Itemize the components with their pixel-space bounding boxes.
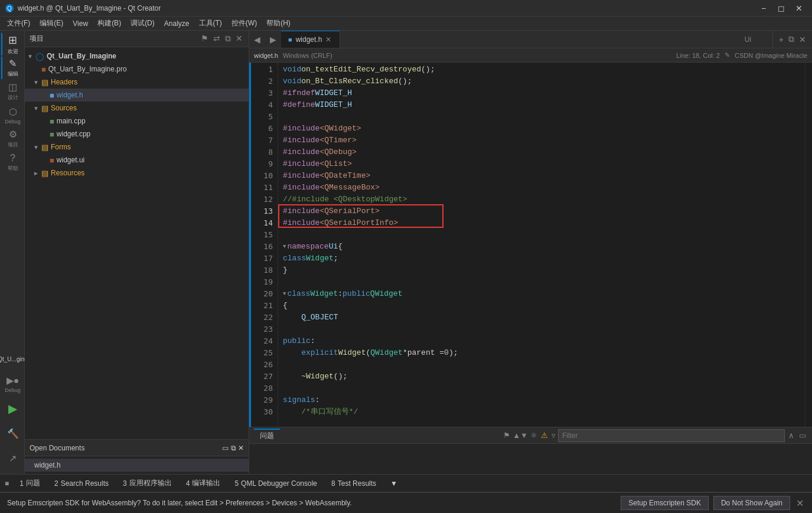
problems-tab-issues[interactable]: 问题 [254, 429, 280, 443]
project-root-name: Qt_Uart_By_Imagine [47, 52, 116, 60]
window-title: widget.h @ Qt_Uart_By_Imagine - Qt Creat… [18, 4, 755, 12]
tree-item-pro[interactable]: ■ Qt_Uart_By_Imagine.pro [25, 63, 249, 76]
sidebar-item-build-run[interactable]: 🔨 [1, 422, 24, 445]
sidebar-item-edit[interactable]: ✎ 编辑 [1, 57, 24, 79]
ln-27: 27 [251, 371, 273, 383]
main-cpp-name: main.cpp [57, 117, 86, 125]
help-icon: ? [10, 153, 15, 164]
tree-item-root[interactable]: ▼ ◯ Qt_Uart_By_Imagine [25, 50, 249, 63]
setup-sdk-button[interactable]: Setup Emscripten SDK [621, 496, 709, 510]
tab-widget-h-close[interactable]: ✕ [325, 35, 331, 44]
design-icon: ◫ [8, 81, 17, 93]
code-line-12: //#include <QDesktopWidget> [283, 194, 805, 205]
editor-scrollbar[interactable] [805, 63, 812, 427]
tree-item-main-cpp[interactable]: ■ main.cpp [25, 115, 249, 128]
problems-settings-btn[interactable]: ⚛ [530, 431, 537, 440]
menu-controls[interactable]: 控件(W) [227, 17, 262, 30]
code-line-13: #include <QSerialPort> [283, 205, 805, 217]
tree-item-widget-cpp[interactable]: ■ widget.cpp [25, 128, 249, 140]
menu-file[interactable]: 文件(F) [2, 17, 35, 30]
ln-4: 4 [251, 99, 273, 111]
menu-analyze[interactable]: Analyze [159, 18, 194, 29]
code-line-21: { [283, 300, 805, 312]
run-icon: ▶ [8, 401, 17, 416]
tab-file-icon: ■ [288, 36, 292, 43]
open-docs-split-btn[interactable]: ⧉ [231, 444, 236, 452]
tab-nav-right[interactable]: ▶ [265, 31, 281, 48]
sidebar-item-qt-imagine[interactable]: Qt_U...gine [1, 348, 24, 370]
project-split-button[interactable]: ⧉ [224, 32, 232, 45]
bottom-tab-search[interactable]: 2 Search Results [48, 475, 115, 492]
tab-split-button[interactable]: ⧉ [787, 33, 795, 45]
tab-widget-h[interactable]: ■ widget.h ✕ [281, 31, 340, 48]
tree-item-resources[interactable]: ► ▤ Resources [25, 166, 249, 179]
tree-item-forms[interactable]: ▼ ▤ Forms [25, 140, 249, 153]
ln-23: 23 [251, 324, 273, 335]
tree-item-headers[interactable]: ▼ ▤ Headers [25, 76, 249, 89]
menu-help[interactable]: 帮助(H) [262, 17, 295, 30]
open-docs-expand-btn[interactable]: ▭ [222, 444, 229, 452]
bottom-tab-qml[interactable]: 5 QML Debugger Console [229, 475, 323, 492]
open-doc-widget-h[interactable]: widget.h [25, 459, 249, 472]
menu-tools[interactable]: 工具(T) [194, 17, 227, 30]
problems-tabs: 问题 ⚑ ▲▼ ⚛ ⚠ ▿ ∧ ▭ [249, 427, 812, 444]
open-docs-close-btn[interactable]: ✕ [238, 444, 244, 452]
project-panel-header: 项目 ⚑ ⇄ ⧉ ✕ [25, 31, 249, 47]
open-docs-list: widget.h [25, 456, 249, 474]
widget-ui-name: widget.ui [57, 156, 84, 164]
tree-item-widget-ui[interactable]: ■ widget.ui [25, 153, 249, 166]
problems-expand-btn[interactable]: ▭ [798, 430, 807, 441]
project-sync-button[interactable]: ⇄ [212, 32, 221, 45]
close-button[interactable]: ✕ [791, 2, 807, 14]
project-close-button[interactable]: ✕ [234, 32, 244, 45]
problems-filter-btn[interactable]: ⚑ [503, 431, 510, 440]
maximize-button[interactable]: ◻ [773, 2, 790, 14]
sidebar-item-deploy[interactable]: ↗ [1, 447, 24, 469]
sidebar-item-design[interactable]: ◫ 设计 [1, 80, 24, 103]
sidebar-item-run-debug[interactable]: ▶● Debug [1, 373, 24, 395]
problems-sort-btn[interactable]: ▲▼ [513, 431, 528, 440]
code-line-6: #include <QWidget> [283, 123, 805, 135]
tab-add-button[interactable]: + [778, 34, 785, 45]
sidebar-item-help[interactable]: ? 帮助 [1, 151, 24, 174]
filter-input[interactable] [558, 429, 785, 442]
sidebar-item-projects[interactable]: ⚙ 项目 [1, 128, 24, 150]
menu-view[interactable]: View [68, 18, 93, 29]
bottom-tab-test[interactable]: 8 Test Results [325, 475, 382, 492]
tab-ui[interactable]: Ui [738, 31, 773, 48]
tree-item-sources[interactable]: ▼ ▤ Sources [25, 102, 249, 115]
dismiss-button[interactable]: Do Not Show Again [713, 496, 790, 510]
menubar: 文件(F) 编辑(E) View 构建(B) 调试(D) Analyze 工具(… [0, 17, 812, 31]
ln-26: 26 [251, 359, 273, 371]
problems-collapse-btn[interactable]: ∧ [787, 430, 795, 441]
problems-filter2-btn[interactable]: ▿ [552, 431, 556, 440]
tab-close-all-button[interactable]: ✕ [798, 34, 807, 45]
qt-icon: Qt_U...gine [0, 356, 28, 362]
menu-debug[interactable]: 调试(D) [126, 17, 159, 30]
project-filter-button[interactable]: ⚑ [200, 32, 210, 45]
code-line-16: ▼ namespace Ui { [283, 241, 805, 253]
bottom-tab-more[interactable]: ▼ [384, 475, 403, 492]
sidebar-item-run[interactable]: ▶ [1, 397, 24, 420]
tree-item-widget-h[interactable]: ■ widget.h [25, 89, 249, 102]
open-docs-title: Open Documents [30, 444, 84, 452]
code-line-3: #ifndef WIDGET_H [283, 87, 805, 99]
code-line-2: void on_Bt_ClsRecv_clicked(); [283, 76, 805, 87]
bottom-tab-compile[interactable]: 4 编译输出 [180, 475, 227, 492]
sidebar-item-welcome[interactable]: ⊞ 欢迎 [1, 33, 24, 55]
minimize-button[interactable]: − [755, 2, 772, 14]
code-line-30: /*串口写信号*/ [283, 406, 805, 418]
bottom-tab-output[interactable]: 3 应用程序输出 [117, 475, 178, 492]
code-line-14: #include <QSerialPortInfo> [283, 217, 805, 229]
tab-nav-left[interactable]: ◀ [249, 31, 265, 48]
run-debug-icon: ▶● [6, 375, 19, 386]
menu-edit[interactable]: 编辑(E) [35, 17, 68, 30]
bottom-tab-issues[interactable]: 1 问题 [14, 475, 46, 492]
ln-3: 3 [251, 87, 273, 99]
sidebar-item-debug[interactable]: ⬡ Debug [1, 104, 24, 126]
menu-build[interactable]: 构建(B) [93, 17, 126, 30]
infobar-close-button[interactable]: ✕ [795, 496, 805, 510]
code-lines[interactable]: void on_textEdit_Recv_destroyed(); void … [278, 63, 805, 427]
code-line-15 [283, 229, 805, 241]
ln-25: 25 [251, 347, 273, 359]
